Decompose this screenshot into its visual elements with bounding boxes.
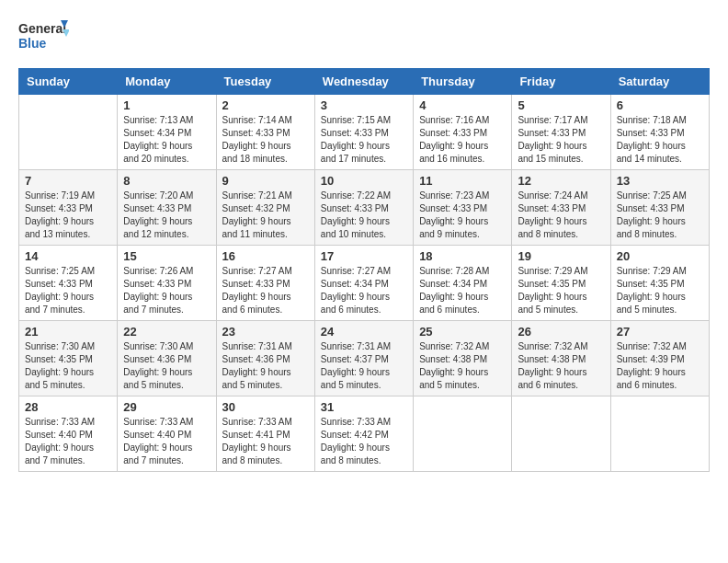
day-info: Sunrise: 7:18 AM Sunset: 4:33 PM Dayligh…	[617, 114, 703, 166]
day-number: 15	[123, 249, 210, 263]
day-number: 22	[123, 325, 210, 339]
day-number: 27	[617, 325, 703, 339]
calendar-day-cell: 2Sunrise: 7:14 AM Sunset: 4:33 PM Daylig…	[216, 95, 314, 170]
day-info: Sunrise: 7:20 AM Sunset: 4:33 PM Dayligh…	[123, 190, 210, 241]
calendar-day-cell: 22Sunrise: 7:30 AM Sunset: 4:36 PM Dayli…	[118, 321, 216, 396]
day-info: Sunrise: 7:26 AM Sunset: 4:33 PM Dayligh…	[123, 265, 210, 316]
day-info: Sunrise: 7:15 AM Sunset: 4:33 PM Dayligh…	[321, 114, 407, 166]
calendar-day-cell: 4Sunrise: 7:16 AM Sunset: 4:33 PM Daylig…	[414, 95, 512, 170]
calendar-day-cell: 10Sunrise: 7:22 AM Sunset: 4:33 PM Dayli…	[314, 170, 413, 246]
day-number: 5	[518, 98, 604, 112]
day-info: Sunrise: 7:30 AM Sunset: 4:35 PM Dayligh…	[25, 340, 111, 392]
calendar-day-cell: 7Sunrise: 7:19 AM Sunset: 4:33 PM Daylig…	[19, 170, 118, 246]
day-info: Sunrise: 7:19 AM Sunset: 4:33 PM Dayligh…	[25, 190, 111, 241]
day-number: 9	[222, 174, 309, 188]
calendar-day-cell: 17Sunrise: 7:27 AM Sunset: 4:34 PM Dayli…	[314, 246, 413, 321]
day-info: Sunrise: 7:32 AM Sunset: 4:38 PM Dayligh…	[419, 340, 506, 392]
calendar-table: SundayMondayTuesdayWednesdayThursdayFrid…	[18, 68, 710, 472]
calendar-week-row: 14Sunrise: 7:25 AM Sunset: 4:33 PM Dayli…	[19, 246, 710, 321]
day-number: 30	[222, 400, 309, 414]
day-number: 23	[222, 325, 309, 339]
calendar-day-cell: 31Sunrise: 7:33 AM Sunset: 4:42 PM Dayli…	[314, 396, 413, 472]
day-info: Sunrise: 7:33 AM Sunset: 4:42 PM Dayligh…	[321, 416, 407, 467]
calendar-week-row: 7Sunrise: 7:19 AM Sunset: 4:33 PM Daylig…	[19, 170, 710, 246]
calendar-day-cell: 19Sunrise: 7:29 AM Sunset: 4:35 PM Dayli…	[512, 246, 610, 321]
day-info: Sunrise: 7:14 AM Sunset: 4:33 PM Dayligh…	[222, 114, 309, 166]
day-number: 20	[617, 249, 703, 263]
calendar-week-row: 1Sunrise: 7:13 AM Sunset: 4:34 PM Daylig…	[19, 95, 710, 170]
calendar-day-cell: 6Sunrise: 7:18 AM Sunset: 4:33 PM Daylig…	[610, 95, 709, 170]
calendar-day-cell: 30Sunrise: 7:33 AM Sunset: 4:41 PM Dayli…	[216, 396, 314, 472]
day-number: 12	[518, 174, 604, 188]
svg-text:Blue: Blue	[18, 36, 47, 51]
day-info: Sunrise: 7:25 AM Sunset: 4:33 PM Dayligh…	[617, 190, 703, 241]
day-info: Sunrise: 7:31 AM Sunset: 4:36 PM Dayligh…	[222, 340, 309, 392]
logo-svg: General Blue	[18, 18, 69, 53]
day-info: Sunrise: 7:33 AM Sunset: 4:40 PM Dayligh…	[123, 416, 210, 467]
calendar-day-header: Friday	[512, 69, 610, 95]
calendar-header-row: SundayMondayTuesdayWednesdayThursdayFrid…	[19, 69, 710, 95]
day-info: Sunrise: 7:13 AM Sunset: 4:34 PM Dayligh…	[123, 114, 210, 166]
calendar-day-cell: 20Sunrise: 7:29 AM Sunset: 4:35 PM Dayli…	[610, 246, 709, 321]
calendar-day-cell	[414, 396, 512, 472]
day-info: Sunrise: 7:17 AM Sunset: 4:33 PM Dayligh…	[518, 114, 604, 166]
calendar-day-cell: 11Sunrise: 7:23 AM Sunset: 4:33 PM Dayli…	[414, 170, 512, 246]
day-info: Sunrise: 7:32 AM Sunset: 4:38 PM Dayligh…	[518, 340, 604, 392]
day-number: 18	[419, 249, 506, 263]
day-info: Sunrise: 7:25 AM Sunset: 4:33 PM Dayligh…	[25, 265, 111, 316]
day-number: 24	[321, 325, 407, 339]
day-number: 17	[321, 249, 407, 263]
calendar-day-cell: 27Sunrise: 7:32 AM Sunset: 4:39 PM Dayli…	[610, 321, 709, 396]
day-number: 28	[25, 400, 111, 414]
day-number: 1	[123, 98, 210, 112]
day-number: 4	[419, 98, 506, 112]
calendar-day-header: Monday	[118, 69, 216, 95]
day-info: Sunrise: 7:33 AM Sunset: 4:41 PM Dayligh…	[222, 416, 309, 467]
day-number: 21	[25, 325, 111, 339]
calendar-day-cell: 18Sunrise: 7:28 AM Sunset: 4:34 PM Dayli…	[414, 246, 512, 321]
day-number: 14	[25, 249, 111, 263]
day-info: Sunrise: 7:29 AM Sunset: 4:35 PM Dayligh…	[518, 265, 604, 316]
day-info: Sunrise: 7:29 AM Sunset: 4:35 PM Dayligh…	[617, 265, 703, 316]
svg-text:General: General	[18, 21, 66, 36]
day-number: 31	[321, 400, 407, 414]
day-info: Sunrise: 7:22 AM Sunset: 4:33 PM Dayligh…	[321, 190, 407, 241]
calendar-day-header: Tuesday	[216, 69, 314, 95]
day-number: 7	[25, 174, 111, 188]
calendar-day-header: Sunday	[19, 69, 118, 95]
calendar-day-cell	[512, 396, 610, 472]
calendar-day-cell: 1Sunrise: 7:13 AM Sunset: 4:34 PM Daylig…	[118, 95, 216, 170]
day-number: 3	[321, 98, 407, 112]
calendar-day-cell: 12Sunrise: 7:24 AM Sunset: 4:33 PM Dayli…	[512, 170, 610, 246]
calendar-day-cell: 5Sunrise: 7:17 AM Sunset: 4:33 PM Daylig…	[512, 95, 610, 170]
calendar-day-cell: 26Sunrise: 7:32 AM Sunset: 4:38 PM Dayli…	[512, 321, 610, 396]
calendar-day-cell	[19, 95, 118, 170]
day-info: Sunrise: 7:24 AM Sunset: 4:33 PM Dayligh…	[518, 190, 604, 241]
calendar-day-cell: 14Sunrise: 7:25 AM Sunset: 4:33 PM Dayli…	[19, 246, 118, 321]
day-info: Sunrise: 7:23 AM Sunset: 4:33 PM Dayligh…	[419, 190, 506, 241]
day-number: 8	[123, 174, 210, 188]
calendar-day-cell: 13Sunrise: 7:25 AM Sunset: 4:33 PM Dayli…	[610, 170, 709, 246]
day-info: Sunrise: 7:16 AM Sunset: 4:33 PM Dayligh…	[419, 114, 506, 166]
calendar-day-cell: 3Sunrise: 7:15 AM Sunset: 4:33 PM Daylig…	[314, 95, 413, 170]
calendar-day-header: Saturday	[610, 69, 709, 95]
calendar-day-cell: 23Sunrise: 7:31 AM Sunset: 4:36 PM Dayli…	[216, 321, 314, 396]
day-info: Sunrise: 7:30 AM Sunset: 4:36 PM Dayligh…	[123, 340, 210, 392]
calendar-day-cell: 24Sunrise: 7:31 AM Sunset: 4:37 PM Dayli…	[314, 321, 413, 396]
calendar-day-header: Thursday	[414, 69, 512, 95]
day-info: Sunrise: 7:33 AM Sunset: 4:40 PM Dayligh…	[25, 416, 111, 467]
day-number: 10	[321, 174, 407, 188]
day-info: Sunrise: 7:27 AM Sunset: 4:33 PM Dayligh…	[222, 265, 309, 316]
day-info: Sunrise: 7:32 AM Sunset: 4:39 PM Dayligh…	[617, 340, 703, 392]
calendar-day-cell: 8Sunrise: 7:20 AM Sunset: 4:33 PM Daylig…	[118, 170, 216, 246]
calendar-day-header: Wednesday	[314, 69, 413, 95]
day-number: 25	[419, 325, 506, 339]
day-info: Sunrise: 7:27 AM Sunset: 4:34 PM Dayligh…	[321, 265, 407, 316]
calendar-day-cell: 15Sunrise: 7:26 AM Sunset: 4:33 PM Dayli…	[118, 246, 216, 321]
calendar-week-row: 21Sunrise: 7:30 AM Sunset: 4:35 PM Dayli…	[19, 321, 710, 396]
page-header: General Blue	[18, 18, 710, 53]
day-number: 19	[518, 249, 604, 263]
day-number: 2	[222, 98, 309, 112]
day-number: 16	[222, 249, 309, 263]
logo: General Blue	[18, 18, 69, 53]
